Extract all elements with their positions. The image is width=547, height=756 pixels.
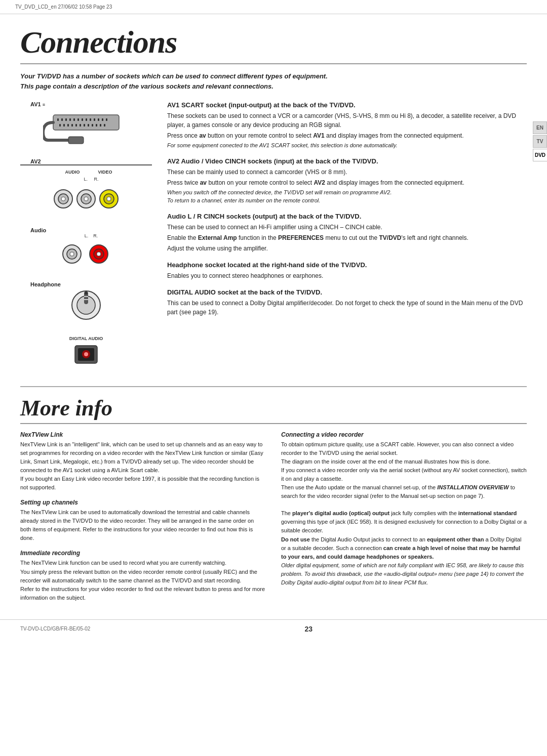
section-divider	[20, 386, 527, 387]
svg-point-29	[61, 197, 65, 201]
av1-connector-wrapper: AV1 ≡	[20, 101, 152, 145]
svg-rect-21	[88, 124, 89, 127]
audio-lr-svg	[58, 240, 114, 268]
svg-rect-20	[84, 124, 85, 127]
av1-body2: Press once av button on your remote cont…	[167, 131, 527, 140]
more-info-channels: Setting up channels The NexTView Link ca…	[20, 499, 266, 542]
av1-scart-svg	[43, 107, 129, 145]
video-recorder-text: To obtain optimum picture quality, use a…	[281, 440, 527, 587]
av1-label: AV1 ≡	[20, 101, 45, 107]
svg-rect-14	[59, 124, 61, 127]
headphone-svg	[68, 287, 104, 323]
svg-rect-18	[75, 124, 77, 127]
audio-lr-connector-wrapper: Audio L. R.	[20, 227, 152, 268]
svg-rect-15	[63, 124, 65, 127]
svg-rect-24	[100, 124, 101, 127]
digital-audio-label: DIGITAL AUDIO	[69, 336, 103, 341]
svg-rect-9	[90, 118, 91, 121]
svg-rect-6	[77, 118, 79, 121]
svg-rect-11	[98, 118, 99, 121]
more-info-video-recorder: Connecting a video recorder To obtain op…	[281, 431, 527, 587]
immediate-heading: Immediate recording	[20, 550, 266, 557]
av2-cinch-svg	[46, 184, 127, 214]
page-header: TV_DVD_LCD_en 27/06/02 10:58 Page 23	[0, 0, 547, 14]
svg-rect-2	[61, 118, 63, 121]
audio-lr-body1: These can be used to connect an Hi-Fi am…	[167, 223, 527, 232]
audio-lr-section-title: Audio L / R CINCH sockets (output) at th…	[167, 213, 527, 220]
video-recorder-heading: Connecting a video recorder	[281, 431, 527, 438]
headphone-label: Headphone	[20, 281, 61, 287]
audio-sub: AUDIO	[65, 170, 80, 175]
intro-text: Your TV/DVD has a number of sockets whic…	[20, 71, 527, 91]
main-content: Connections Your TV/DVD has a number of …	[0, 14, 547, 609]
svg-rect-26	[68, 137, 84, 144]
av1-body1: These sockets can be used to connect a V…	[167, 111, 527, 130]
digital-audio-body: This can be used to connect a Dolby Digi…	[167, 299, 527, 317]
svg-rect-0	[53, 115, 119, 130]
svg-rect-19	[80, 124, 81, 127]
audio-lr-body2: Enable the External Amp function in the …	[167, 233, 527, 242]
connector-illustrations: AV1 ≡	[20, 101, 152, 374]
av2-body2: Press twice av button on your remote con…	[167, 178, 527, 187]
av2-body1: These can be mainly used to connect a ca…	[167, 167, 527, 177]
tab-en: EN	[533, 121, 547, 134]
svg-rect-10	[94, 118, 95, 121]
more-info-right: Connecting a video recorder To obtain op…	[281, 431, 527, 609]
footer-left: TV-DVD-LCD/GB/FR-BE/05-02	[20, 626, 90, 632]
audio-lr-body3: Adjust the volume using the amplifier.	[167, 244, 527, 253]
av2-connector-wrapper: AV2 AUDIO VIDEO L. R.	[20, 158, 152, 214]
immediate-text: The NexTView Link function can be used t…	[20, 559, 266, 602]
side-tabs: EN TV DVD	[533, 121, 547, 161]
nextview-heading: NexTView Link	[20, 431, 266, 438]
svg-rect-25	[104, 124, 105, 127]
svg-rect-12	[102, 118, 103, 121]
svg-point-51	[84, 352, 88, 356]
nextview-text: NexTView Link is an "intelligent" link, …	[20, 440, 266, 492]
headphone-section-title: Headphone socket located at the right-ha…	[167, 261, 527, 269]
svg-rect-17	[71, 124, 73, 127]
more-info-nextview: NexTView Link NexTView Link is an "intel…	[20, 431, 266, 492]
tab-tv: TV	[533, 135, 547, 148]
channels-heading: Setting up channels	[20, 499, 266, 506]
svg-point-35	[107, 197, 111, 201]
svg-rect-1	[57, 118, 59, 121]
intro-line2: This page contain a description of the v…	[20, 81, 527, 92]
svg-rect-8	[86, 118, 87, 121]
svg-rect-23	[96, 124, 97, 127]
av1-italic: For some equipment conected to the AV1 S…	[167, 142, 527, 149]
section-digital-audio: DIGITAL AUDIO socket at the back of the …	[167, 288, 527, 317]
svg-point-38	[70, 252, 74, 256]
av2-italic1: When you switch off the connected device…	[167, 189, 527, 196]
connections-title: Connections	[20, 24, 527, 64]
video-sub: VIDEO	[98, 170, 112, 175]
page-number: 23	[304, 625, 312, 633]
tab-dvd: DVD	[533, 149, 547, 161]
svg-rect-5	[73, 118, 75, 121]
intro-line1: Your TV/DVD has a number of sockets whic…	[20, 71, 527, 81]
section-headphone: Headphone socket located at the right-ha…	[167, 261, 527, 280]
section-av1: AV1 SCART socket (input-output) at the b…	[167, 101, 527, 149]
svg-rect-22	[92, 124, 93, 127]
svg-rect-3	[65, 118, 67, 121]
svg-rect-13	[106, 118, 107, 121]
svg-rect-7	[82, 118, 83, 121]
more-info-title: More info	[20, 395, 527, 424]
more-info-left: NexTView Link NexTView Link is an "intel…	[20, 431, 266, 609]
svg-rect-45	[85, 291, 88, 295]
svg-point-41	[97, 252, 101, 256]
digital-audio-section-title: DIGITAL AUDIO socket at the back of the …	[167, 288, 527, 296]
headphone-connector-wrapper: Headphone	[20, 281, 152, 323]
svg-point-32	[84, 197, 88, 201]
connections-body: AV1 ≡	[20, 101, 527, 374]
svg-rect-4	[69, 118, 71, 121]
av2-label: AV2	[20, 158, 41, 164]
header-text: TV_DVD_LCD_en 27/06/02 10:58 Page 23	[15, 4, 112, 10]
digital-audio-svg	[71, 343, 101, 366]
more-info-immediate: Immediate recording The NexTView Link fu…	[20, 550, 266, 602]
headphone-body: Enables you to connect stereo headphones…	[167, 271, 527, 280]
audio-lr-label: Audio	[20, 227, 46, 233]
more-info-columns: NexTView Link NexTView Link is an "intel…	[20, 431, 527, 609]
more-info-section: More info NexTView Link NexTView Link is…	[20, 395, 527, 609]
digital-audio-connector-wrapper: DIGITAL AUDIO	[20, 336, 152, 366]
section-audio-lr: Audio L / R CINCH sockets (output) at th…	[167, 213, 527, 253]
